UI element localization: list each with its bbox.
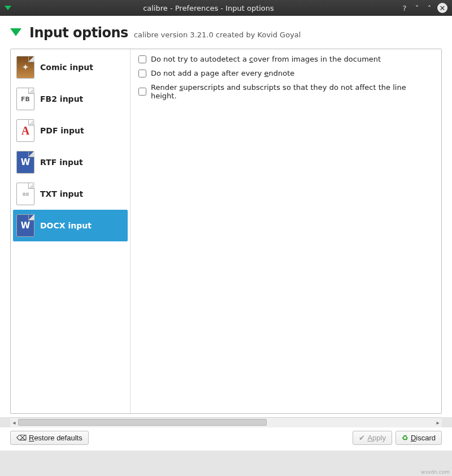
check-icon: ✔	[359, 434, 365, 442]
restore-icon: ⌫	[16, 434, 27, 442]
checkbox-label: Do not add a page after every endnote	[151, 69, 294, 77]
checkbox[interactable]	[138, 88, 146, 96]
close-button[interactable]: ✕	[437, 3, 447, 13]
button-label: Restore defaults	[29, 434, 82, 442]
horizontal-scrollbar[interactable]: ◂ ▸	[10, 417, 442, 427]
fb2-file-icon: FB	[16, 88, 34, 110]
sidebar-item-label: Comic input	[40, 63, 93, 72]
app-icon	[5, 6, 11, 10]
sidebar-item-rtf[interactable]: W RTF input	[13, 146, 128, 178]
discard-icon: ♻	[402, 434, 408, 442]
sidebar-item-fb2[interactable]: FB FB2 input	[13, 83, 128, 115]
sidebar-item-pdf[interactable]: A PDF input	[13, 115, 128, 146]
header-arrow-icon	[10, 28, 21, 36]
help-button[interactable]: ?	[400, 3, 409, 12]
content-area: ✦ Comic input FB FB2 input A PDF input W…	[0, 45, 452, 417]
checkbox-label: Render superscripts and subscripts so th…	[151, 83, 433, 100]
sidebar-item-label: RTF input	[40, 158, 83, 167]
content-frame: ✦ Comic input FB FB2 input A PDF input W…	[10, 49, 442, 414]
sidebar-item-label: TXT input	[40, 189, 83, 198]
sidebar-item-label: FB2 input	[40, 94, 83, 103]
checkbox[interactable]	[138, 70, 146, 77]
option-render-sub-sup[interactable]: Render superscripts and subscripts so th…	[138, 83, 433, 100]
comic-file-icon: ✦	[16, 56, 34, 79]
minimize-button[interactable]: ˅	[412, 3, 421, 12]
scroll-left-arrow-icon[interactable]: ◂	[10, 419, 18, 426]
restore-defaults-button[interactable]: ⌫ Restore defaults	[10, 431, 89, 445]
sidebar-item-label: PDF input	[40, 126, 84, 135]
txt-file-icon: ≡≡	[16, 183, 34, 205]
sidebar-item-docx[interactable]: W DOCX input	[13, 210, 128, 241]
page-subtitle: calibre version 3.21.0 created by Kovid …	[134, 31, 301, 39]
option-no-endnote-page[interactable]: Do not add a page after every endnote	[138, 69, 433, 77]
pdf-file-icon: A	[16, 119, 34, 142]
rtf-file-icon: W	[16, 151, 34, 174]
page-header: Input options calibre version 3.21.0 cre…	[0, 16, 452, 45]
button-label: Apply	[367, 434, 386, 442]
format-sidebar[interactable]: ✦ Comic input FB FB2 input A PDF input W…	[11, 49, 131, 413]
sidebar-item-txt[interactable]: ≡≡ TXT input	[13, 178, 128, 210]
apply-button[interactable]: ✔ Apply	[353, 431, 392, 445]
checkbox-label: Do not try to autodetect a cover from im…	[151, 55, 381, 63]
page-title: Input options	[29, 25, 128, 41]
discard-button[interactable]: ♻ Discard	[395, 431, 442, 445]
sidebar-item-label: DOCX input	[40, 221, 92, 230]
sidebar-item-comic[interactable]: ✦ Comic input	[13, 51, 128, 83]
maximize-button[interactable]: ˄	[425, 3, 434, 12]
checkbox[interactable]	[138, 55, 146, 63]
watermark: wsxdn.com	[421, 469, 450, 475]
button-label: Discard	[411, 434, 436, 442]
scroll-right-arrow-icon[interactable]: ▸	[434, 419, 442, 426]
option-no-cover-autodetect[interactable]: Do not try to autodetect a cover from im…	[138, 55, 433, 63]
title-bar: calibre - Preferences - Input options ? …	[0, 0, 452, 16]
docx-file-icon: W	[16, 214, 34, 237]
options-panel: Do not try to autodetect a cover from im…	[131, 49, 441, 413]
scroll-thumb[interactable]	[18, 419, 267, 426]
footer-bar: ⌫ Restore defaults ✔ Apply ♻ Discard	[0, 427, 452, 451]
window-title: calibre - Preferences - Input options	[17, 4, 400, 12]
